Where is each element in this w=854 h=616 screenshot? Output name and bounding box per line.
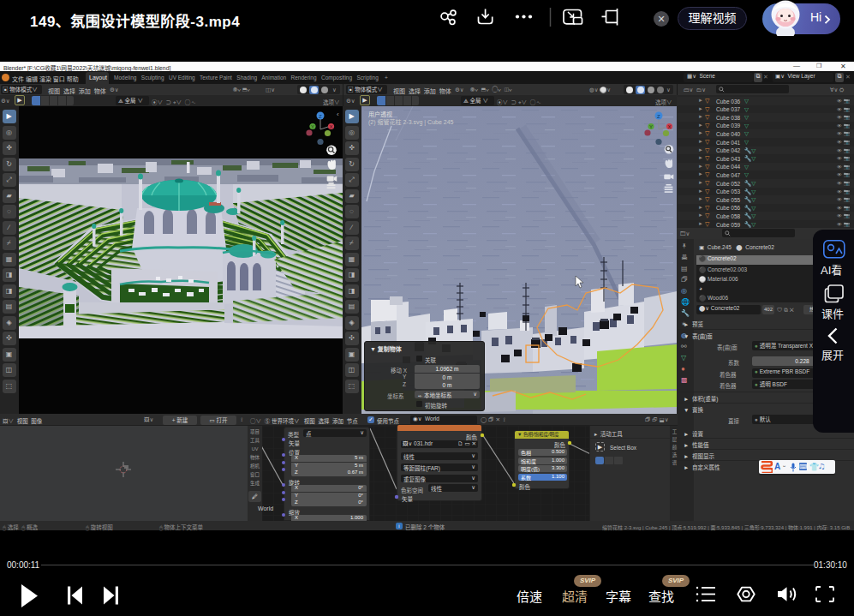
svg-text:Z: Z — [319, 114, 322, 119]
svg-text:X: X — [330, 124, 333, 129]
svg-text:Y: Y — [311, 124, 314, 129]
svg-text:Z: Z — [657, 114, 660, 119]
svg-text:X: X — [668, 124, 672, 129]
svg-text:Y: Y — [649, 124, 653, 129]
